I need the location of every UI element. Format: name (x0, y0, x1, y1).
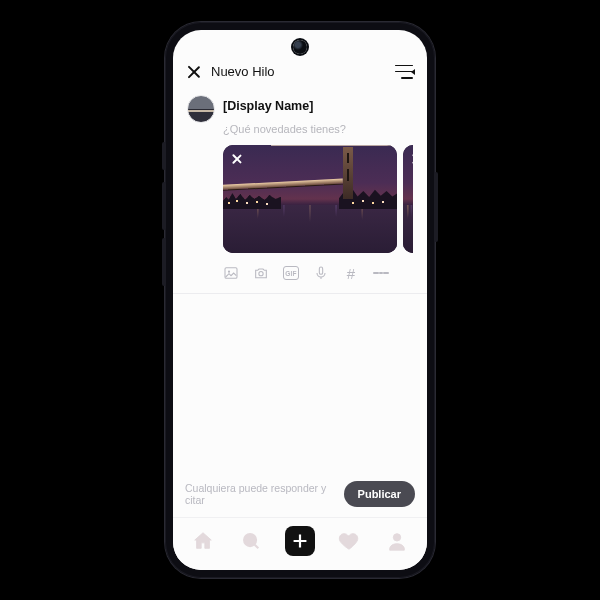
screen: Nuevo Hilo [Display Name] ¿Qué novedades… (173, 30, 427, 570)
tab-home[interactable] (189, 527, 217, 555)
reply-scope-button[interactable]: Cualquiera puede responder y citar (185, 482, 334, 506)
footer-bar: Cualquiera puede responder y citar Publi… (173, 471, 427, 517)
drafts-icon[interactable] (395, 65, 413, 79)
svg-rect-0 (225, 268, 237, 279)
phone-frame: Nuevo Hilo [Display Name] ¿Qué novedades… (165, 22, 435, 578)
gif-icon[interactable]: GIF (283, 265, 299, 281)
tab-activity[interactable] (335, 527, 363, 555)
phone-side-button (162, 142, 166, 170)
tab-profile[interactable] (383, 527, 411, 555)
avatar[interactable] (187, 95, 215, 123)
top-bar: Nuevo Hilo (173, 30, 427, 89)
close-icon[interactable] (187, 65, 201, 79)
page-title: Nuevo Hilo (211, 64, 275, 79)
svg-point-5 (393, 534, 400, 541)
svg-point-4 (244, 534, 256, 546)
image-icon[interactable] (223, 265, 239, 281)
camera-icon[interactable] (253, 265, 269, 281)
remove-attachment-icon[interactable] (229, 151, 245, 167)
attachment-thumb[interactable] (403, 145, 413, 253)
attachment-thumb[interactable] (223, 145, 397, 253)
composer: [Display Name] ¿Qué novedades tienes? (173, 89, 427, 294)
compose-input[interactable]: ¿Qué novedades tienes? (223, 123, 413, 135)
svg-point-2 (259, 272, 263, 276)
tab-bar (173, 517, 427, 570)
svg-point-1 (228, 271, 230, 273)
attachment-toolbar: GIF # (223, 253, 413, 293)
attachment-gallery[interactable] (223, 145, 413, 253)
publish-button[interactable]: Publicar (344, 481, 415, 507)
svg-rect-3 (319, 267, 322, 274)
tab-search[interactable] (237, 527, 265, 555)
poll-icon[interactable] (373, 265, 389, 281)
display-name: [Display Name] (223, 95, 413, 113)
phone-side-button (162, 182, 166, 230)
hashtag-icon[interactable]: # (343, 265, 359, 281)
mic-icon[interactable] (313, 265, 329, 281)
scroll-area[interactable] (173, 294, 427, 471)
phone-side-button (162, 238, 166, 286)
phone-side-button (434, 172, 438, 242)
punch-hole-camera (293, 40, 307, 54)
tab-new-post[interactable] (285, 526, 315, 556)
